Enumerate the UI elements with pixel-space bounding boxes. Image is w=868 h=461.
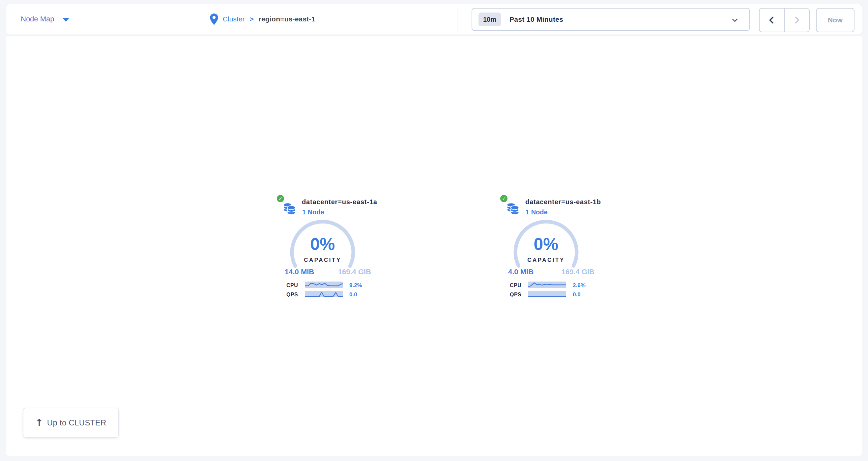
topbar-divider xyxy=(457,7,457,31)
capacity-percent: 0% xyxy=(500,235,592,253)
cpu-label: CPU xyxy=(510,283,521,289)
time-range-label: Past 10 Minutes xyxy=(509,15,563,23)
check-icon: ✓ xyxy=(278,196,282,201)
breadcrumb-current: region=us-east-1 xyxy=(259,15,315,23)
capacity-used: 4.0 MiB xyxy=(508,268,533,276)
capacity-used: 14.0 MiB xyxy=(285,268,314,276)
now-button[interactable]: Now xyxy=(816,8,855,32)
time-next-button[interactable] xyxy=(784,8,809,32)
topbar: Node Map Cluster > region=us-east-1 10m … xyxy=(6,4,862,34)
time-range-badge: 10m xyxy=(478,12,501,26)
qps-value: 0.0 xyxy=(349,291,357,298)
up-to-cluster-label: Up to CLUSTER xyxy=(47,418,106,427)
locality-node-count: 1 Node xyxy=(526,208,548,216)
locality-title: datacenter=us-east-1a xyxy=(302,198,377,206)
time-nav-group xyxy=(759,8,810,32)
locality-title: datacenter=us-east-1b xyxy=(525,198,601,206)
capacity-percent: 0% xyxy=(277,235,368,253)
node-map-canvas: ✓ datacenter=us-east-1a 1 Node 0% CAPACI… xyxy=(6,35,862,456)
caret-down-icon xyxy=(63,18,69,22)
capacity-total: 169.4 GiB xyxy=(338,268,371,276)
view-selector-dropdown[interactable]: Node Map xyxy=(21,4,69,34)
capacity-label: CAPACITY xyxy=(277,257,368,263)
cpu-sparkline xyxy=(305,282,343,288)
chevron-left-icon xyxy=(768,16,776,24)
cpu-value: 2.6% xyxy=(573,282,586,289)
cpu-value: 9.2% xyxy=(349,282,362,289)
locality-card-us-east-1a[interactable]: ✓ datacenter=us-east-1a 1 Node 0% CAPACI… xyxy=(277,194,376,303)
cpu-sparkline xyxy=(528,282,566,288)
qps-sparkline xyxy=(528,291,566,297)
breadcrumb-cluster-link[interactable]: Cluster xyxy=(223,15,245,23)
qps-label: QPS xyxy=(286,292,298,298)
database-icon xyxy=(283,201,296,215)
location-pin-icon xyxy=(210,13,218,25)
breadcrumb-separator: > xyxy=(250,15,254,23)
capacity-label: CAPACITY xyxy=(500,257,592,263)
check-icon: ✓ xyxy=(502,196,506,201)
cpu-label: CPU xyxy=(286,283,298,289)
capacity-total: 169.4 GiB xyxy=(561,268,594,276)
view-selector-label: Node Map xyxy=(21,15,54,23)
chevron-right-icon xyxy=(793,16,801,24)
time-range-selector[interactable]: 10m Past 10 Minutes xyxy=(471,8,750,31)
qps-value: 0.0 xyxy=(573,291,581,298)
time-prev-button[interactable] xyxy=(760,8,784,32)
locality-node-count: 1 Node xyxy=(302,208,324,216)
arrow-up-icon: ↑ xyxy=(35,418,43,427)
breadcrumb: Cluster > region=us-east-1 xyxy=(210,4,315,34)
node-map-page: Node Map Cluster > region=us-east-1 10m … xyxy=(0,0,868,461)
chevron-down-icon xyxy=(731,16,739,24)
locality-card-us-east-1b[interactable]: ✓ datacenter=us-east-1b 1 Node 0% CAPACI… xyxy=(500,194,599,303)
qps-sparkline xyxy=(305,291,343,297)
database-icon xyxy=(506,201,519,215)
qps-label: QPS xyxy=(510,292,521,298)
up-to-cluster-button[interactable]: ↑ Up to CLUSTER xyxy=(23,408,119,438)
